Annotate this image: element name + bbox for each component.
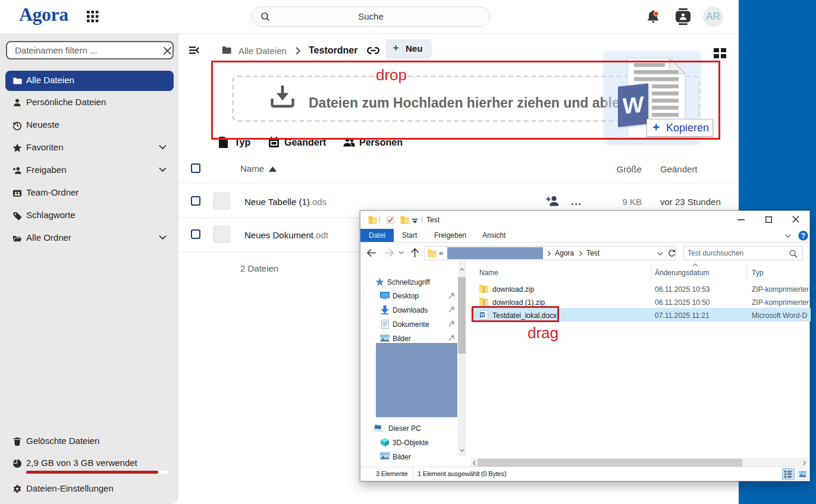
svg-text:?: ? [801,232,805,240]
